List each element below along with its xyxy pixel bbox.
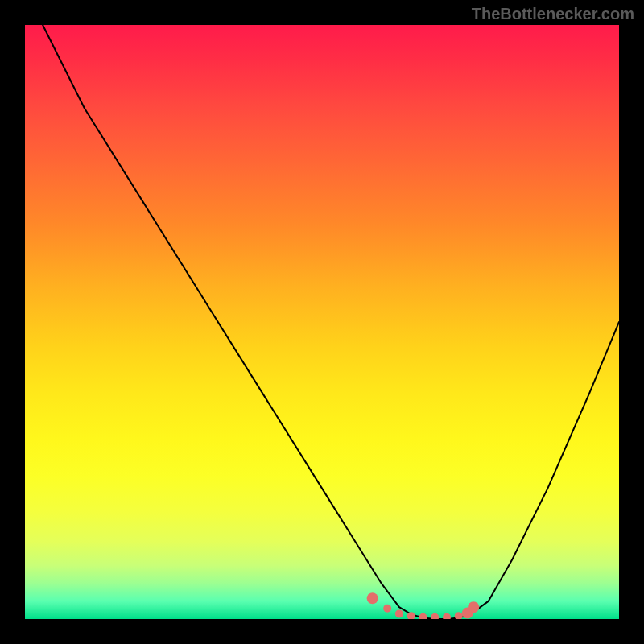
highlight-dot xyxy=(431,613,439,619)
highlight-dot xyxy=(419,613,427,619)
chart-svg xyxy=(25,25,619,619)
bottleneck-curve-line xyxy=(43,25,619,619)
highlight-dots xyxy=(367,592,480,619)
highlight-dot xyxy=(468,601,479,613)
highlight-dot xyxy=(367,592,378,604)
highlight-dot xyxy=(383,605,391,613)
highlight-dot xyxy=(395,609,403,617)
highlight-dot xyxy=(455,612,463,619)
highlight-dot xyxy=(443,613,451,619)
plot-area xyxy=(25,25,619,619)
watermark-text: TheBottlenecker.com xyxy=(472,5,634,23)
